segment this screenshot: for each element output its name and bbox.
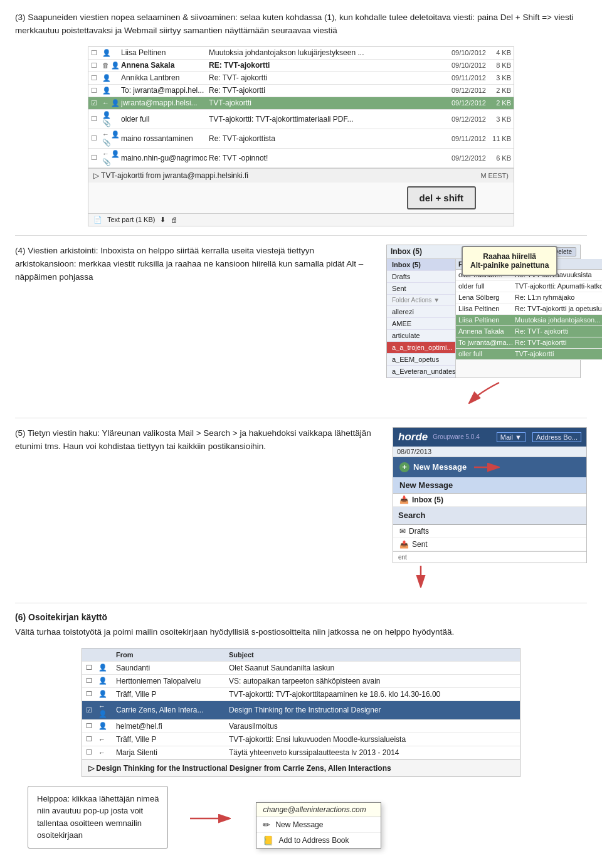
email-row[interactable]: ☐ 👤 Liisa Peltinen Muutoksia johdantojak… [88, 47, 514, 60]
horde-search-bar[interactable]: Search [393, 507, 586, 525]
icons: 👤 [98, 722, 116, 730]
checkbox[interactable]: ☑ [86, 706, 98, 714]
email-row[interactable]: ☐ 🗑 👤 Annena Sakala RE: TVT-ajokortti 09… [88, 60, 514, 72]
subfolder-amee[interactable]: AMEE [387, 318, 455, 330]
text-part-bar: 📄 Text part (1 KB) ⬇ 🖨 [88, 213, 514, 226]
inbox-row-selected[interactable]: Liisa Peltinen Muutoksia johdantojakson.… [456, 315, 602, 326]
subfolder-allerezi[interactable]: allerezi [387, 306, 455, 318]
sidebar-item-sent[interactable]: Sent [387, 283, 455, 295]
checkbox[interactable]: ☐ [91, 49, 102, 57]
horde-folder-inbox[interactable]: 📥 Inbox (5) [393, 494, 586, 507]
download-icon[interactable]: ⬇ [160, 216, 166, 224]
section-divider [15, 235, 587, 236]
checkbox[interactable]: ☐ [86, 690, 98, 698]
subfolder-eem[interactable]: a_EEM_opetus [387, 354, 455, 366]
subject: Re: L1:n ryhmäjako [515, 294, 602, 301]
subject: Varausilmoitus [229, 722, 516, 731]
from: oller full [458, 350, 515, 357]
subject: VS: autopaikan tarpeeton sähköpisteen av… [229, 677, 516, 685]
popup-new-message[interactable]: ✏ New Message [256, 817, 381, 833]
raahaa-callout: Raahaa hiirellä Alt-painike painettuna [462, 246, 557, 276]
horde-folder-sent[interactable]: 📤 Sent [393, 538, 586, 551]
email-list-mock: ☐ 👤 Liisa Peltinen Muutoksia johdantojak… [88, 46, 514, 226]
icons: 👤 [98, 664, 116, 672]
checkbox[interactable]: ☑ [91, 99, 102, 107]
addr-col-header: From Subject [82, 648, 520, 662]
subject: TVT-ajokortti [209, 98, 430, 107]
addr-row[interactable]: ☐ 👤 Saundanti Olet Saanut Saundanilta la… [82, 662, 520, 675]
drafts-icon: ✉ [399, 527, 406, 536]
addr-row[interactable]: ☐ 👤 Herttoniemen Talopalvelu VS: autopai… [82, 675, 520, 688]
checkbox[interactable]: ☐ [91, 74, 102, 82]
checkbox[interactable]: ☐ [91, 61, 102, 70]
inbox-icon: 📥 [399, 495, 409, 504]
checkbox[interactable]: ☐ [86, 722, 98, 730]
addr-row[interactable]: ☐ ← Träff, Ville P TVT-ajokortti: Ensi l… [82, 733, 520, 746]
section3: (3) Saapuneiden viestien nopea selaamine… [15, 11, 587, 226]
date: 09/12/2012 [430, 115, 486, 123]
checkbox[interactable]: ☐ [91, 154, 102, 162]
size: 6 KB [486, 154, 511, 162]
email-row[interactable]: ☐ ← 👤 📎 maino rossantaminen Re: TVT-ajok… [88, 129, 514, 149]
subfolder-eveteran[interactable]: a_Eveteran_undates [387, 366, 455, 378]
subject: Re: TVT-ajokortti [209, 86, 430, 95]
section4: (4) Viestien arkistointi: Inboxista on h… [15, 245, 587, 406]
inbox-row-selected[interactable]: To jwranta@mappi... Re: TVT-ajokortti [456, 337, 602, 349]
inbox-row-selected[interactable]: oller full TVT-ajokortti [456, 349, 602, 360]
icons: ← 👤 [102, 99, 121, 107]
subject: Re: TVT -opinnot! [209, 154, 430, 162]
horde-arrow-svg [411, 564, 430, 590]
size: 3 KB [486, 115, 511, 123]
date: 09/12/2012 [430, 154, 486, 162]
from: Annena Takala [458, 327, 515, 335]
icons: ← [98, 749, 116, 756]
checkbox[interactable]: ☐ [86, 664, 98, 672]
subfolder-articulate[interactable]: articulate [387, 330, 455, 342]
sidebar-item-drafts[interactable]: Drafts [387, 271, 455, 283]
checkbox[interactable]: ☐ [91, 115, 102, 123]
inbox-right: From Subject ▼ oller-nakhan... Re: TVT-k… [456, 259, 602, 378]
email-row[interactable]: ☐ 👤 📎 older full TVT-ajokortti: TVT-ajok… [88, 110, 514, 129]
print-icon[interactable]: 🖨 [171, 216, 177, 223]
email-row[interactable]: ☐ 👤 To: jwranta@mappi.hel... Re: TVT-ajo… [88, 85, 514, 97]
addr-row-selected[interactable]: ☑ ← 👤 Carrie Zens, Allen Intera... Desig… [82, 701, 520, 720]
inbox-label: Inbox (5) [412, 495, 443, 504]
horde-new-message-label[interactable]: New Message [393, 477, 586, 494]
sender: Herttoniemen Talopalvelu [116, 677, 229, 685]
mail-menu[interactable]: Mail ▼ [497, 432, 525, 442]
inbox-label: Inbox (5) [391, 247, 422, 256]
email-row[interactable]: ☐ 👤 Annikka Lantbren Re: TVT- ajokortti … [88, 72, 514, 85]
email-row[interactable]: ☐ ← 👤 📎 maino.nhin-gu@nagrimoc Re: TVT -… [88, 149, 514, 168]
popup-email: change@alleninteractions.com [256, 803, 381, 817]
sender: helmet@hel.fi [116, 722, 229, 731]
horde-new-message-button[interactable]: + New Message [393, 457, 586, 477]
popup-add-to-address-book[interactable]: 📒 Add to Address Book [256, 833, 381, 848]
icons: ← 👤 [98, 702, 116, 718]
size: 4 KB [486, 49, 511, 56]
sender: maino.nhin-gu@nagrimoc [121, 154, 209, 162]
subfolder-trojen[interactable]: a_a_trojen_optimi... [387, 342, 455, 354]
checkbox[interactable]: ☐ [86, 677, 98, 685]
addressbook-menu[interactable]: Address Bo... [532, 432, 581, 442]
addr-row[interactable]: ☐ ← Marja Silenti Täytä yhteenveto kurss… [82, 746, 520, 760]
inbox-row[interactable]: Lena Sölberg Re: L1:n ryhmäjako [456, 292, 602, 304]
inbox-row[interactable]: Liisa Peltinen Re: TVT-ajokortti ja opet… [456, 304, 602, 315]
horde-subtitle: Groupware 5.0.4 [433, 433, 480, 440]
icons: 👤 [98, 677, 116, 685]
inbox-row[interactable]: older full TVT-ajokortti: Apumatti-katko… [456, 281, 602, 292]
sidebar-item-inbox[interactable]: Inbox (5) [387, 259, 455, 271]
addr-row[interactable]: ☐ 👤 Träff, Ville P TVT-ajokortti: TVT-aj… [82, 688, 520, 701]
checkbox[interactable]: ☐ [91, 87, 102, 95]
text-part-label: Text part (1 KB) [107, 216, 155, 223]
checkbox[interactable]: ☐ [86, 748, 98, 756]
horde-folder-drafts[interactable]: ✉ Drafts [393, 525, 586, 538]
section5-text: (5) Tietyn viestin haku: Yläreunan valik… [15, 427, 381, 453]
checkbox[interactable]: ☐ [86, 735, 98, 743]
inbox-row-selected[interactable]: Annena Takala Re: TVT- ajokortti [456, 326, 602, 337]
checkbox[interactable]: ☐ [91, 134, 102, 142]
folder-actions[interactable]: Folder Actions ▼ [387, 295, 455, 306]
addr-row[interactable]: ☐ 👤 helmet@hel.fi Varausilmoitus [82, 720, 520, 733]
subject: TVT-ajokortti [515, 350, 602, 357]
email-row-highlighted[interactable]: ☑ ← 👤 jwranta@mappi.helsi... TVT-ajokort… [88, 97, 514, 110]
subject: Täytä yhteenveto kurssipalautteesta lv 2… [229, 748, 516, 757]
